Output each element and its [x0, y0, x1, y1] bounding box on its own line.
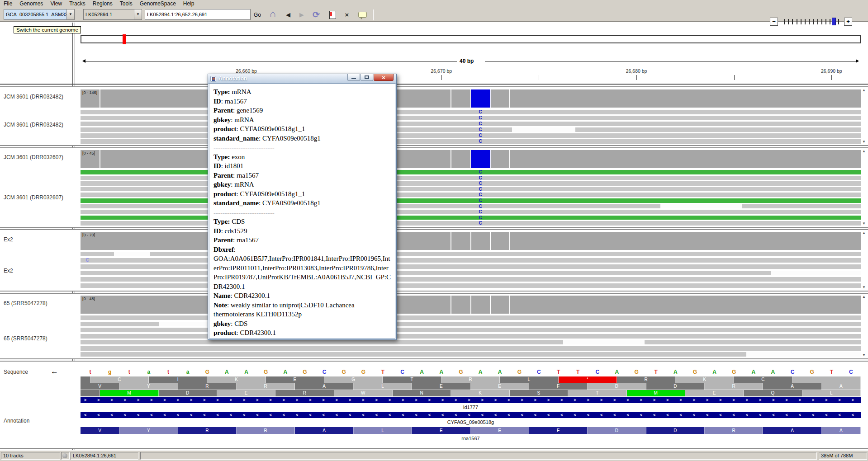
read-row[interactable] — [81, 264, 861, 269]
chevron-down-icon[interactable]: ▼ — [66, 9, 74, 19]
read-row[interactable] — [81, 322, 861, 326]
read-row[interactable] — [81, 110, 861, 114]
zoom-tick[interactable] — [821, 19, 822, 24]
scroll-down-icon[interactable]: ▼ — [862, 353, 866, 357]
menu-item-genomes[interactable]: Genomes — [16, 0, 47, 7]
aa-feature-cell[interactable]: A — [295, 427, 353, 434]
scroll-up-icon[interactable]: ▲ — [862, 88, 866, 92]
genome-select[interactable]: GCA_003205855.1_ASM3205... ▼ — [4, 9, 75, 20]
zoom-tick[interactable] — [809, 19, 810, 24]
aa-feature-cell[interactable]: F — [529, 427, 588, 434]
refresh-icon[interactable]: ⟳ — [310, 10, 322, 20]
track-name[interactable]: 65 (SRR5047278) — [4, 335, 71, 342]
scroll-up-icon[interactable]: ▲ — [862, 295, 866, 299]
menu-item-help[interactable]: Help — [180, 0, 198, 7]
menu-item-tools[interactable]: Tools — [116, 0, 136, 7]
annotation-dialog[interactable]: Annotation × Type: mRNAID: rna1567Parent… — [208, 74, 397, 340]
read-row[interactable] — [81, 181, 861, 186]
scroll-down-icon[interactable]: ▼ — [862, 221, 866, 226]
chromosome-select-value[interactable]: LK052894.1 — [84, 9, 134, 19]
maximize-button[interactable] — [360, 74, 373, 81]
aa-feature-cell[interactable]: L — [354, 427, 412, 434]
genome-select-value[interactable]: GCA_003205855.1_ASM3205... — [4, 9, 66, 19]
minimize-button[interactable] — [347, 74, 360, 81]
aa-feature-cell[interactable]: D — [588, 427, 646, 434]
aa-feature-cell[interactable]: E — [412, 427, 470, 434]
zoom-slider-thumb[interactable] — [832, 18, 836, 25]
scroll-down-icon[interactable]: ▼ — [862, 285, 866, 289]
tooltip-bubble-icon[interactable] — [358, 12, 367, 18]
read-row[interactable] — [81, 352, 861, 357]
scroll-down-icon[interactable]: ▼ — [862, 140, 866, 144]
read-row[interactable] — [81, 204, 861, 209]
forward-icon[interactable]: ▶ — [296, 10, 308, 20]
read-row[interactable] — [81, 334, 861, 339]
zoom-tick[interactable] — [788, 19, 789, 24]
read-row[interactable] — [81, 139, 861, 144]
zoom-tick[interactable] — [817, 19, 818, 24]
read-row[interactable] — [81, 170, 861, 174]
zoom-tick[interactable] — [805, 19, 806, 24]
feature-bar-CYFA0S_09e00518g[interactable]: <<<<<<<<<<<<<<<<<<<<<<<<<<<<<<<<<<<<<<<<… — [81, 412, 861, 418]
read-row[interactable] — [81, 340, 861, 344]
read-row[interactable] — [81, 328, 861, 332]
read-row[interactable] — [81, 315, 861, 320]
zoom-in-button[interactable]: + — [844, 18, 852, 26]
read-row[interactable] — [81, 283, 861, 288]
read-row[interactable] — [81, 127, 861, 132]
menu-item-view[interactable]: View — [47, 0, 66, 7]
read-row[interactable] — [81, 271, 861, 275]
track-name[interactable]: JCM 3601 (DRR032607) — [4, 194, 71, 201]
read-row[interactable] — [81, 198, 861, 203]
menu-item-file[interactable]: File — [0, 0, 16, 7]
aa-feature-cell[interactable]: D — [646, 427, 705, 434]
scroll-up-icon[interactable]: ▲ — [862, 149, 866, 153]
annotation-track-name[interactable]: Annotation — [4, 418, 29, 424]
aa-feature-cell[interactable]: R — [237, 427, 295, 434]
aa-feature-cell[interactable]: R — [705, 427, 763, 434]
chromosome-select[interactable]: LK052894.1 ▼ — [83, 9, 142, 20]
zoom-tick[interactable] — [784, 19, 785, 24]
zoom-tick[interactable] — [813, 19, 814, 24]
zoom-tick[interactable] — [838, 19, 839, 24]
snp-coverage-column[interactable] — [471, 150, 490, 168]
read-row[interactable] — [81, 210, 861, 214]
close-button[interactable]: × — [374, 74, 394, 81]
locus-input[interactable] — [145, 9, 251, 20]
zoom-tick[interactable] — [797, 19, 797, 24]
menu-item-tracks[interactable]: Tracks — [66, 0, 89, 7]
track-name[interactable]: JCM 3601 (DRR032482) — [4, 94, 71, 100]
menu-item-regions[interactable]: Regions — [89, 0, 116, 7]
read-row[interactable] — [81, 252, 861, 256]
chevron-down-icon[interactable]: ▼ — [134, 9, 142, 19]
aa-feature-cell[interactable]: E — [471, 427, 529, 434]
track-name[interactable]: 65 (SRR5047278) — [4, 300, 71, 306]
aa-feature-cell[interactable]: V — [81, 427, 119, 434]
feature-bar-id1777[interactable]: >>>>>>>>>>>>>>>>>>>>>>>>>>>>>>>>>>>>>>>>… — [81, 397, 861, 403]
read-row[interactable] — [81, 122, 861, 126]
dialog-titlebar[interactable]: Annotation × — [208, 74, 396, 84]
strand-direction-icon[interactable]: ← — [51, 367, 58, 376]
read-row[interactable] — [81, 258, 861, 263]
aa-feature-cell[interactable]: Y — [119, 427, 178, 434]
read-row[interactable] — [81, 133, 861, 138]
go-button[interactable]: Go — [251, 10, 263, 20]
menu-item-genomespace[interactable]: GenomeSpace — [136, 0, 180, 7]
read-row[interactable] — [81, 176, 861, 180]
read-row[interactable] — [81, 277, 861, 282]
track-name[interactable]: JCM 3601 (DRR032607) — [4, 154, 71, 160]
zoom-tick[interactable] — [792, 19, 793, 24]
track-name[interactable]: Ex2 — [4, 236, 71, 243]
chromosome-ideogram[interactable] — [81, 35, 861, 43]
zoom-tick[interactable] — [830, 19, 830, 24]
home-icon[interactable]: ⌂ — [267, 10, 279, 20]
zoom-tick[interactable] — [825, 19, 826, 24]
read-row[interactable] — [81, 216, 861, 220]
track-name[interactable]: JCM 3601 (DRR032482) — [4, 122, 71, 128]
snp-coverage-column[interactable] — [471, 89, 490, 108]
aa-feature-cell[interactable]: A — [763, 427, 821, 434]
track-name[interactable]: Ex2 — [4, 268, 71, 274]
read-row[interactable] — [81, 187, 861, 192]
zoom-tick[interactable] — [801, 19, 802, 24]
region-tool-icon[interactable] — [329, 11, 336, 19]
